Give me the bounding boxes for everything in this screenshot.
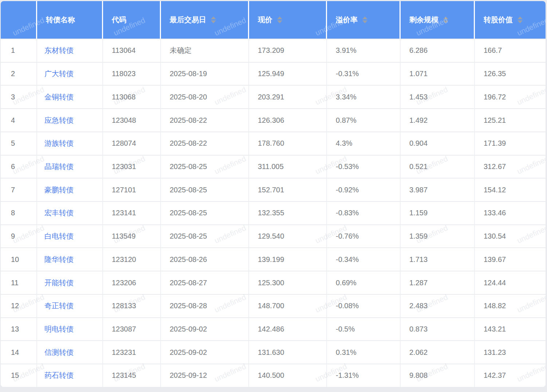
bond-name-link[interactable]: 信测转债 (44, 348, 74, 357)
cell-name: 应急转债 (37, 108, 103, 132)
cell-name: 豪鹏转债 (37, 178, 103, 201)
bond-name-link[interactable]: 游族转债 (44, 138, 74, 148)
cell-name: 药石转债 (37, 364, 103, 387)
cell-index: 10 (1, 247, 37, 271)
cell-index: 2 (1, 62, 37, 85)
cell-value: 2025-08-20 (170, 93, 207, 101)
bond-name-link[interactable]: 药石转债 (44, 371, 74, 380)
cell-value: 128074 (112, 139, 136, 148)
cell-value: 2.062 (409, 348, 428, 357)
cell-conv_value: 131.23 (475, 340, 546, 364)
cell-premium: 0.69% (327, 271, 401, 294)
cell-last_date: 2025-08-28 (161, 294, 249, 317)
cell-premium: 0.31% (327, 340, 401, 364)
cell-remaining: 2.062 (401, 340, 475, 364)
cell-value: 131.23 (484, 348, 506, 357)
cell-value: 1.359 (409, 232, 428, 240)
bond-name-link[interactable]: 宏丰转债 (44, 208, 74, 218)
cell-value: 166.7 (484, 46, 502, 55)
bond-name-link[interactable]: 明电转债 (44, 324, 74, 334)
cell-code: 123048 (103, 108, 161, 132)
cell-value: 3.91% (336, 46, 357, 55)
cell-premium: -1.31% (327, 364, 401, 387)
cell-price: 131.630 (249, 340, 327, 364)
cell-value: 311.005 (258, 162, 284, 171)
cell-premium: 3.91% (327, 39, 401, 62)
cell-value: 2025-08-25 (170, 162, 207, 171)
cell-value: 2025-09-02 (170, 325, 207, 333)
cell-index: 1 (1, 39, 37, 62)
cell-last_date: 2025-08-26 (161, 247, 249, 271)
cell-name: 明电转债 (37, 317, 103, 341)
cell-last_date: 2025-08-19 (161, 62, 249, 85)
bond-name-link[interactable]: 东材转债 (44, 46, 74, 55)
cell-remaining: 0.904 (401, 132, 475, 155)
sort-icon[interactable] (211, 16, 216, 23)
sort-icon[interactable] (518, 16, 523, 23)
cell-value: 126.306 (258, 116, 284, 125)
bond-name-link[interactable]: 隆华转债 (44, 255, 74, 264)
cell-value: 2025-08-25 (170, 209, 207, 217)
cell-name: 晶瑞转债 (37, 155, 103, 178)
cell-code: 118023 (103, 62, 161, 85)
bond-name-link[interactable]: 开能转债 (44, 278, 74, 288)
cell-value: -0.31% (336, 70, 359, 78)
column-header-code: 代码 (103, 1, 161, 39)
sort-icon[interactable] (362, 16, 367, 23)
cell-value: 13 (11, 325, 19, 333)
cell-value: 143.21 (484, 325, 506, 333)
cell-premium: -0.76% (327, 224, 401, 248)
cell-value: 3.987 (409, 186, 428, 194)
cell-value: 129.540 (258, 232, 284, 240)
column-header-premium[interactable]: 溢价率 (327, 1, 401, 39)
cell-value: 123031 (112, 162, 136, 171)
cell-premium: 4.3% (327, 132, 401, 155)
cell-value: 1.071 (409, 70, 428, 78)
column-header-label: 代码 (112, 15, 126, 25)
cell-value: 196.72 (484, 93, 506, 101)
bond-name-link[interactable]: 奇正转债 (44, 301, 74, 311)
cell-value: 2025-08-19 (170, 70, 207, 78)
cell-value: 12 (11, 302, 19, 310)
cell-index: 7 (1, 178, 37, 201)
column-header-price[interactable]: 现价 (249, 1, 327, 39)
cell-value: 2025-09-12 (170, 371, 207, 380)
cell-name: 白电转债 (37, 224, 103, 248)
cell-premium: -0.5% (327, 317, 401, 341)
cell-code: 123145 (103, 364, 161, 387)
bond-name-link[interactable]: 金铜转债 (44, 92, 74, 102)
bond-table-card: 转债名称代码最后交易日现价溢价率剩余规模转股价值1东材转债113064未确定17… (1, 1, 546, 387)
cell-value: 123231 (112, 348, 136, 357)
bond-name-link[interactable]: 豪鹏转债 (44, 185, 74, 195)
column-header-last_date[interactable]: 最后交易日 (161, 1, 249, 39)
cell-value: 9 (11, 232, 15, 240)
cell-price: 148.700 (249, 294, 327, 317)
sort-icon[interactable] (277, 16, 282, 23)
cell-index: 8 (1, 201, 37, 224)
caret-up-icon (362, 16, 367, 19)
cell-name: 广大转债 (37, 62, 103, 85)
cell-value: 139.67 (484, 255, 506, 264)
cell-value: 1.453 (409, 93, 428, 101)
bond-name-link[interactable]: 广大转债 (44, 69, 74, 79)
cell-code: 123031 (103, 155, 161, 178)
bond-name-link[interactable]: 应急转债 (44, 115, 74, 125)
bond-name-link[interactable]: 白电转债 (44, 231, 74, 241)
cell-code: 128133 (103, 294, 161, 317)
cell-conv_value: 139.67 (475, 247, 546, 271)
column-header-remaining[interactable]: 剩余规模 (401, 1, 475, 39)
cell-value: 3.34% (336, 93, 357, 101)
cell-remaining: 0.521 (401, 155, 475, 178)
sort-icon[interactable] (443, 16, 448, 23)
cell-index: 6 (1, 155, 37, 178)
bond-name-link[interactable]: 晶瑞转债 (44, 162, 74, 172)
cell-value: 126.35 (484, 70, 506, 78)
cell-value: 0.31% (336, 348, 357, 357)
cell-value: 15 (11, 371, 19, 380)
cell-price: 173.209 (249, 39, 327, 62)
cell-value: 11 (11, 279, 19, 287)
cell-index: 11 (1, 271, 37, 294)
column-header-conv_value[interactable]: 转股价值 (475, 1, 546, 39)
cell-price: 311.005 (249, 155, 327, 178)
column-header-label: 剩余规模 (409, 15, 438, 25)
